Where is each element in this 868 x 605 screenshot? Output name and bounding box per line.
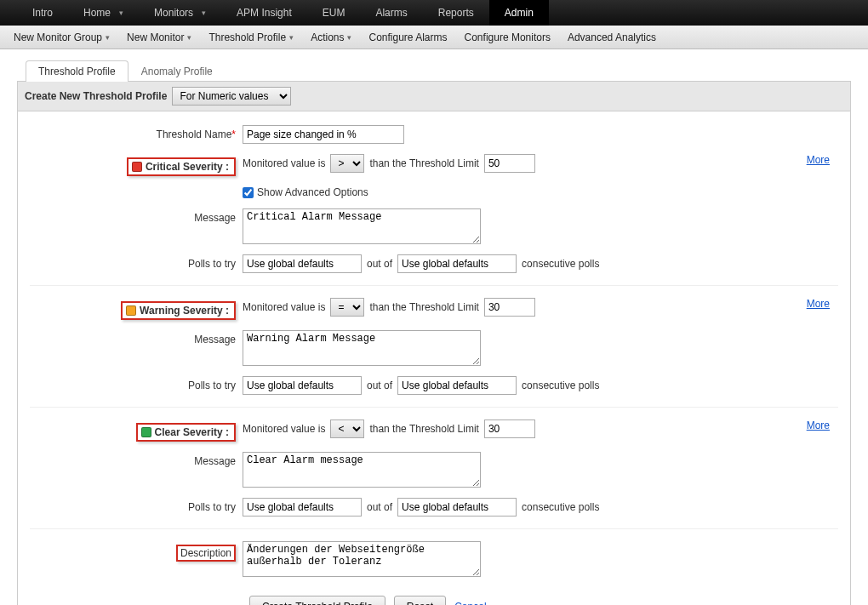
critical-message-label: Message xyxy=(194,212,236,224)
panel-header: Create New Threshold Profile For Numeric… xyxy=(18,82,850,111)
critical-message-textarea[interactable] xyxy=(243,208,481,244)
critical-more-link[interactable]: More xyxy=(807,154,830,166)
description-highlight: Description xyxy=(176,545,236,562)
subnav-configure-monitors[interactable]: Configure Monitors xyxy=(456,26,559,49)
warning-severity-label: Warning Severity : xyxy=(140,305,229,317)
warning-message-label: Message xyxy=(194,334,236,345)
chevron-down-icon: ▾ xyxy=(187,33,191,42)
reset-button[interactable]: Reset xyxy=(394,596,446,605)
button-row: Create Threshold Profile Reset Cancel xyxy=(30,582,838,605)
tab-anomaly[interactable]: Anomaly Profile xyxy=(128,60,226,82)
topnav-alarms[interactable]: Alarms xyxy=(360,0,422,26)
critical-severity-label: Critical Severity : xyxy=(146,161,229,173)
cancel-link[interactable]: Cancel xyxy=(454,601,486,605)
critical-polls-outof-input[interactable] xyxy=(397,254,517,273)
critical-polls-label: Polls to try xyxy=(188,258,236,270)
clear-operator-select[interactable]: < xyxy=(330,420,364,438)
topnav-apm[interactable]: APM Insight xyxy=(221,0,307,26)
warning-polls-label: Polls to try xyxy=(188,380,236,391)
topnav-eum[interactable]: EUM xyxy=(307,0,361,26)
critical-icon xyxy=(132,162,142,172)
create-profile-label: Create New Threshold Profile xyxy=(25,90,167,102)
warning-polls-outof-input[interactable] xyxy=(397,376,517,395)
clear-polls-outof-input[interactable] xyxy=(397,498,517,517)
chevron-down-icon: ▾ xyxy=(202,9,206,17)
clear-severity-label: Clear Severity : xyxy=(155,426,229,438)
clear-more-link[interactable]: More xyxy=(807,420,830,431)
topnav-intro[interactable]: Intro xyxy=(17,0,68,26)
show-advanced-checkbox[interactable]: Show Advanced Options xyxy=(243,186,368,198)
warning-limit-input[interactable] xyxy=(484,298,535,317)
clear-message-textarea[interactable] xyxy=(243,452,481,488)
subnav-threshold-profile[interactable]: Threshold Profile▾ xyxy=(200,26,302,49)
critical-operator-select[interactable]: > xyxy=(330,154,364,173)
clear-message-label: Message xyxy=(194,455,236,467)
topnav-admin[interactable]: Admin xyxy=(489,0,549,26)
subnav-actions[interactable]: Actions▾ xyxy=(302,26,360,49)
top-nav: Intro Home▾ Monitors▾ APM Insight EUM Al… xyxy=(0,0,868,26)
critical-severity-highlight: Critical Severity : xyxy=(127,157,236,176)
threshold-name-label: Threshold Name*Threshold Name* xyxy=(157,128,236,140)
warning-icon xyxy=(126,305,136,316)
tab-threshold[interactable]: Threshold Profile xyxy=(26,60,128,82)
subnav-configure-alarms[interactable]: Configure Alarms xyxy=(360,26,455,49)
create-threshold-button[interactable]: Create Threshold Profile xyxy=(249,596,385,605)
chevron-down-icon: ▾ xyxy=(289,33,294,42)
threshold-panel: Create New Threshold Profile For Numeric… xyxy=(17,82,851,605)
chevron-down-icon: ▾ xyxy=(347,33,351,42)
threshold-name-input[interactable] xyxy=(243,125,404,144)
topnav-home[interactable]: Home▾ xyxy=(68,0,139,26)
clear-limit-input[interactable] xyxy=(484,420,535,438)
warning-polls-try-input[interactable] xyxy=(243,376,362,395)
sub-nav: New Monitor Group▾ New Monitor▾ Threshol… xyxy=(0,26,868,49)
clear-severity-highlight: Clear Severity : xyxy=(136,423,236,442)
warning-message-textarea[interactable] xyxy=(243,330,481,366)
description-textarea[interactable] xyxy=(243,541,481,577)
monitored-value-label: Monitored value is xyxy=(243,157,325,169)
clear-polls-label: Polls to try xyxy=(188,501,236,513)
chevron-down-icon: ▾ xyxy=(119,9,123,17)
description-label: Description xyxy=(180,547,231,559)
profile-tabs: Threshold Profile Anomaly Profile xyxy=(17,60,851,82)
subnav-new-monitor[interactable]: New Monitor▾ xyxy=(118,26,200,49)
critical-polls-try-input[interactable] xyxy=(243,254,362,273)
warning-operator-select[interactable]: = xyxy=(330,298,364,317)
profile-type-select[interactable]: For Numeric values xyxy=(172,87,291,106)
warning-severity-highlight: Warning Severity : xyxy=(121,301,236,320)
topnav-reports[interactable]: Reports xyxy=(423,0,489,26)
clear-polls-try-input[interactable] xyxy=(243,498,362,517)
subnav-new-monitor-group[interactable]: New Monitor Group▾ xyxy=(5,26,118,49)
than-threshold-label: than the Threshold Limit xyxy=(369,157,479,169)
chevron-down-icon: ▾ xyxy=(106,33,110,42)
critical-limit-input[interactable] xyxy=(484,154,535,173)
clear-icon xyxy=(141,427,151,437)
warning-more-link[interactable]: More xyxy=(807,298,830,310)
subnav-advanced-analytics[interactable]: Advanced Analytics xyxy=(559,26,665,49)
topnav-monitors[interactable]: Monitors▾ xyxy=(139,0,221,26)
